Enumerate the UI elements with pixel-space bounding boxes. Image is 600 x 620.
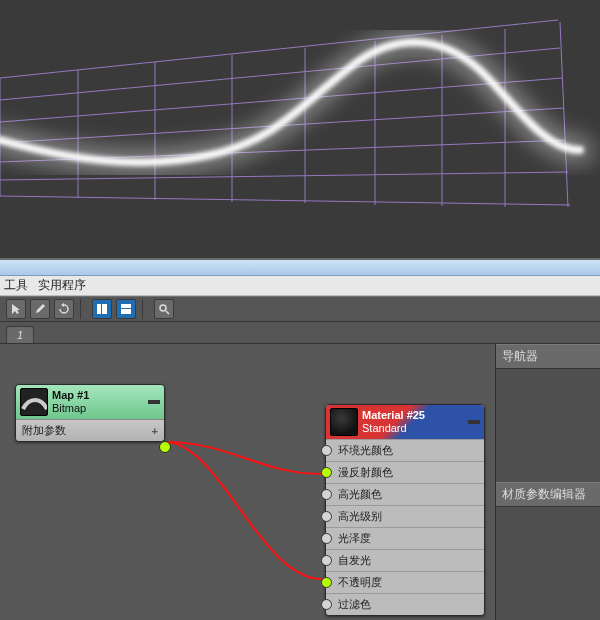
tool-layout-b-icon[interactable]: [116, 299, 136, 319]
viewport-3d[interactable]: [0, 0, 600, 260]
toolbar: [0, 296, 600, 322]
node-canvas[interactable]: Map #1 Bitmap 附加参数 + Material #25 Standa…: [0, 344, 495, 620]
slot-label: 高光级别: [338, 509, 382, 524]
node-material-subtitle: Standard: [362, 422, 464, 435]
slot-label: 自发光: [338, 553, 371, 568]
tab-view-1[interactable]: 1: [6, 326, 34, 343]
material-slot[interactable]: 高光颜色: [326, 483, 484, 505]
slot-label: 环境光颜色: [338, 443, 393, 458]
panel-navigator-header[interactable]: 导航器: [496, 344, 600, 369]
tool-reset-icon[interactable]: [54, 299, 74, 319]
node-map-header[interactable]: Map #1 Bitmap: [16, 385, 164, 419]
slot-input-socket[interactable]: [321, 599, 332, 610]
slot-label: 高光颜色: [338, 487, 382, 502]
slot-input-socket[interactable]: [321, 533, 332, 544]
node-map-title: Map #1: [52, 389, 144, 402]
menu-bar: 工具 实用程序: [0, 276, 600, 296]
node-map-subtitle: Bitmap: [52, 402, 144, 415]
tab-strip: 1: [0, 322, 600, 344]
tool-select-icon[interactable]: [6, 299, 26, 319]
collapse-icon[interactable]: [148, 400, 160, 404]
slot-input-socket[interactable]: [321, 489, 332, 500]
tool-layout-a-icon[interactable]: [92, 299, 112, 319]
tool-dropper-icon[interactable]: [30, 299, 50, 319]
svg-rect-3: [121, 309, 131, 314]
svg-point-4: [160, 305, 166, 311]
node-map-thumbnail: [20, 388, 48, 416]
workspace: Map #1 Bitmap 附加参数 + Material #25 Standa…: [0, 344, 600, 620]
node-material-slots: 环境光颜色漫反射颜色高光颜色高光级别光泽度自发光不透明度过滤色: [326, 439, 484, 615]
svg-rect-2: [121, 304, 131, 308]
panel-param-editor-header[interactable]: 材质参数编辑器: [496, 482, 600, 507]
node-map-extra[interactable]: 附加参数 +: [16, 419, 164, 441]
svg-rect-1: [102, 304, 107, 314]
expand-icon[interactable]: +: [152, 425, 158, 437]
toolbar-separator: [142, 299, 148, 319]
panel-navigator-body[interactable]: [496, 369, 600, 482]
material-slot[interactable]: 自发光: [326, 549, 484, 571]
node-material[interactable]: Material #25 Standard 环境光颜色漫反射颜色高光颜色高光级别…: [325, 404, 485, 616]
node-map[interactable]: Map #1 Bitmap 附加参数 +: [15, 384, 165, 442]
slot-label: 过滤色: [338, 597, 371, 612]
menu-utilities[interactable]: 实用程序: [38, 277, 86, 294]
node-map-extra-label: 附加参数: [22, 423, 66, 438]
slot-input-socket[interactable]: [321, 467, 332, 478]
node-material-thumbnail: [330, 408, 358, 436]
node-material-header[interactable]: Material #25 Standard: [326, 405, 484, 439]
panel-param-editor-body[interactable]: [496, 507, 600, 620]
menu-tools[interactable]: 工具: [4, 277, 28, 294]
material-slot[interactable]: 不透明度: [326, 571, 484, 593]
svg-rect-0: [97, 304, 101, 314]
side-panels: 导航器 材质参数编辑器: [495, 344, 600, 620]
material-slot[interactable]: 环境光颜色: [326, 439, 484, 461]
slot-input-socket[interactable]: [321, 555, 332, 566]
node-map-output-socket[interactable]: [159, 441, 171, 453]
node-material-title: Material #25: [362, 409, 464, 422]
window-titlebar: [0, 260, 600, 276]
slot-input-socket[interactable]: [321, 445, 332, 456]
toolbar-separator: [80, 299, 86, 319]
material-slot[interactable]: 高光级别: [326, 505, 484, 527]
slot-label: 漫反射颜色: [338, 465, 393, 480]
material-slot[interactable]: 光泽度: [326, 527, 484, 549]
material-slot[interactable]: 漫反射颜色: [326, 461, 484, 483]
tool-search-icon[interactable]: [154, 299, 174, 319]
material-slot[interactable]: 过滤色: [326, 593, 484, 615]
slot-label: 不透明度: [338, 575, 382, 590]
slot-label: 光泽度: [338, 531, 371, 546]
slot-input-socket[interactable]: [321, 511, 332, 522]
slot-input-socket[interactable]: [321, 577, 332, 588]
collapse-icon[interactable]: [468, 420, 480, 424]
